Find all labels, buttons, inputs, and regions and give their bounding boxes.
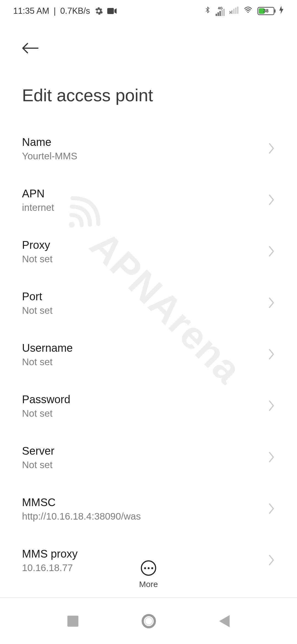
settings-list: NameYourtel-MMSAPNinternetProxyNot setPo… — [0, 108, 297, 586]
row-text: UsernameNot set — [22, 342, 73, 367]
page-title: Edit access point — [22, 85, 275, 105]
row-password[interactable]: PasswordNot set — [22, 380, 275, 432]
row-text: NameYourtel-MMS — [22, 136, 77, 162]
chevron-right-icon — [268, 400, 275, 411]
status-right: 4G — [204, 5, 284, 17]
nav-home-button[interactable] — [142, 614, 156, 628]
svg-rect-4 — [219, 11, 221, 16]
row-label: Password — [22, 393, 70, 406]
row-label: Username — [22, 342, 73, 354]
chevron-right-icon — [268, 245, 275, 257]
back-button[interactable] — [20, 39, 40, 58]
charging-icon — [279, 6, 284, 16]
status-separator: | — [54, 6, 56, 16]
nav-back-button[interactable] — [219, 615, 230, 627]
chevron-right-icon — [268, 143, 275, 154]
row-text: APNinternet — [22, 187, 54, 213]
row-value: Yourtel-MMS — [22, 151, 77, 162]
row-label: APN — [22, 187, 54, 200]
row-chevron — [268, 245, 275, 258]
svg-rect-9 — [233, 9, 235, 14]
status-time: 11:35 AM — [13, 6, 49, 16]
row-proxy[interactable]: ProxyNot set — [22, 226, 275, 277]
row-value: Not set — [22, 305, 53, 316]
row-chevron — [268, 194, 275, 207]
row-text: ProxyNot set — [22, 239, 53, 264]
signal-4g-icon: 4G — [216, 6, 225, 16]
row-text: PasswordNot set — [22, 393, 70, 419]
row-value: internet — [22, 202, 54, 213]
row-value: Not set — [22, 408, 70, 419]
row-port[interactable]: PortNot set — [22, 277, 275, 329]
more-icon — [141, 560, 156, 576]
wifi-icon — [243, 6, 253, 16]
row-chevron — [268, 348, 275, 361]
status-bar: 11:35 AM | 0.7KB/s 4G — [0, 0, 297, 22]
row-apn[interactable]: APNinternet — [22, 174, 275, 226]
status-left: 11:35 AM | 0.7KB/s — [13, 6, 117, 16]
more-label: More — [139, 580, 158, 589]
row-chevron — [268, 143, 275, 155]
header: Edit access point — [0, 22, 297, 108]
row-chevron — [268, 451, 275, 464]
row-value: http://10.16.18.4:38090/was — [22, 511, 141, 522]
row-label: Server — [22, 445, 54, 457]
system-nav-bar — [0, 597, 297, 644]
row-label: Name — [22, 136, 77, 148]
battery-icon: 38 — [257, 7, 274, 15]
row-chevron — [268, 503, 275, 515]
svg-rect-10 — [235, 8, 237, 14]
bluetooth-icon — [204, 5, 211, 17]
row-chevron — [268, 297, 275, 310]
row-label: MMS proxy — [22, 548, 78, 560]
svg-rect-2 — [216, 14, 217, 16]
row-label: MMSC — [22, 496, 141, 509]
svg-rect-11 — [237, 7, 238, 14]
chevron-right-icon — [268, 194, 275, 206]
row-label: Proxy — [22, 239, 53, 251]
chevron-right-icon — [268, 503, 275, 514]
camera-icon — [107, 7, 117, 15]
arrow-left-icon — [21, 42, 38, 54]
svg-rect-6 — [223, 9, 225, 16]
chevron-right-icon — [268, 348, 275, 360]
svg-rect-5 — [221, 10, 223, 16]
nav-recent-button[interactable] — [67, 616, 78, 627]
row-text: PortNot set — [22, 290, 53, 316]
row-username[interactable]: UsernameNot set — [22, 329, 275, 380]
svg-point-12 — [248, 12, 249, 13]
row-value: Not set — [22, 459, 54, 470]
row-server[interactable]: ServerNot set — [22, 432, 275, 483]
gear-icon — [95, 7, 103, 15]
row-text: ServerNot set — [22, 445, 54, 470]
row-text: MMSChttp://10.16.18.4:38090/was — [22, 496, 141, 522]
status-net-speed: 0.7KB/s — [60, 6, 90, 16]
row-label: Port — [22, 290, 53, 303]
svg-rect-3 — [218, 12, 219, 16]
svg-rect-1 — [107, 8, 114, 14]
row-value: Not set — [22, 356, 73, 367]
chevron-right-icon — [268, 297, 275, 309]
more-button[interactable]: More — [0, 560, 297, 589]
row-mmsc[interactable]: MMSChttp://10.16.18.4:38090/was — [22, 483, 275, 535]
row-value: Not set — [22, 253, 53, 264]
battery-percent-text: 38 — [263, 8, 269, 14]
signal-nosim-icon — [229, 6, 239, 16]
row-name[interactable]: NameYourtel-MMS — [22, 123, 275, 174]
row-chevron — [268, 400, 275, 413]
chevron-right-icon — [268, 451, 275, 463]
